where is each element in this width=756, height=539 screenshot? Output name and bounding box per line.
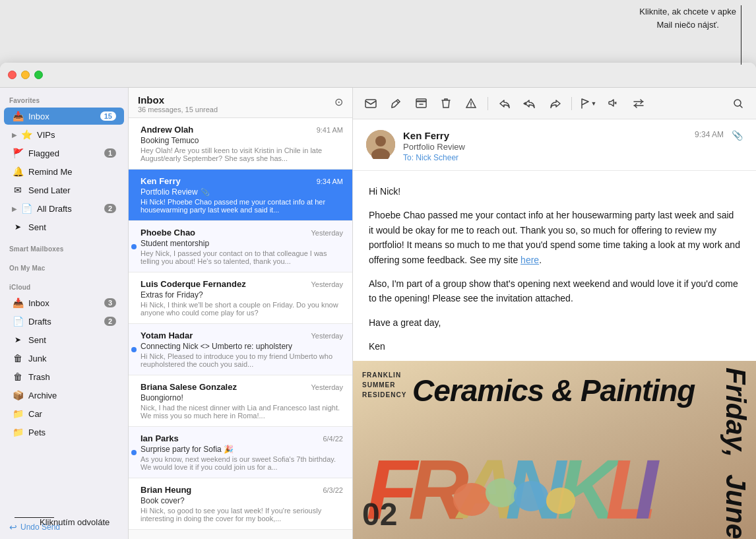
subject: Extras for Friday? [141,290,343,300]
sidebar-item-icloud-inbox[interactable]: 📥 Inbox 3 [4,294,124,311]
annotation-bottom: Kliknutím odvoláte [40,517,110,527]
june-text: June [722,474,749,539]
attachment-icon: 📎 [732,130,743,141]
traffic-lights [8,71,43,79]
more-button[interactable] [629,94,648,113]
filter-icon[interactable]: ⊙ [334,96,343,108]
folder-icon: 📁 [12,426,24,438]
sidebar-item-icloud-trash[interactable]: 🗑 Trash [4,368,124,385]
mail-item[interactable]: Andrew Olah 9:41 AM Booking Temuco Hey O… [129,118,352,170]
archive-button[interactable] [411,94,431,113]
unread-dot [131,244,137,249]
sent-icon: ➤ [12,221,24,233]
toolbar-separator [571,97,572,110]
sidebar-item-sent[interactable]: ➤ Sent [4,218,124,236]
timestamp: 6/4/22 [323,435,343,443]
sidebar-item-label: Remind Me [28,167,116,177]
sidebar-item-label: Inbox [28,298,104,308]
subject: Book cover? [141,496,343,505]
unread-dot [131,347,137,352]
ceramics-text: Ceramics & Painting [412,373,695,408]
sidebar-item-label: Sent [28,335,116,345]
svg-point-16 [486,478,517,507]
body-signature: Ken [369,339,740,354]
flagged-badge: 1 [104,148,116,158]
mail-item[interactable]: Phoebe Chao Yesterday Student mentorship… [129,221,352,272]
junk-button[interactable] [461,94,481,113]
reply-all-button[interactable] [520,94,540,113]
art-image-content: FRANKLINSUMMERRESIDENCY Ceramics & Paint… [353,361,756,539]
sidebar-item-label: Trash [28,372,116,382]
sidebar-item-icloud-sent[interactable]: ➤ Sent [4,331,124,348]
timestamp: Yesterday [311,229,343,237]
svg-point-3 [470,106,472,107]
sidebar-item-inbox[interactable]: 📥 Inbox 15 [4,108,124,125]
sent-icon: ➤ [12,334,24,346]
mail-list-pane: Inbox 36 messages, 15 unread ⊙ Andrew Ol… [129,88,353,539]
mail-item[interactable]: Ken Ferry 9:34 AM Portfolio Review 📎 Hi … [129,170,352,221]
mute-button[interactable] [604,94,623,113]
sidebar-item-send-later[interactable]: ✉ Send Later [4,181,124,199]
annotation-line-vertical [741,5,741,65]
sender-name: Andrew Olah [141,125,193,135]
titlebar [0,63,756,88]
toolbar-separator [488,97,488,110]
mail-item[interactable]: Yotam Hadar Yesterday Connecting Nick <>… [129,324,352,375]
unread-dot [131,450,137,455]
compose-button[interactable] [386,94,406,113]
sender-name: Yotam Hadar [141,331,193,340]
reply-button[interactable] [495,94,515,113]
icloud-drafts-badge: 2 [104,317,116,326]
subject: Connecting Nick <> Umberto re: upholster… [141,342,343,351]
mail-item[interactable]: Briana Salese Gonzalez Yesterday Buongio… [129,375,352,427]
annotation-top: Kliknite, ak chcete v apke Mail niečo ná… [639,5,736,31]
icloud-inbox-badge: 3 [104,298,116,307]
body-closing: Have a great day, [369,315,740,330]
close-button[interactable] [8,71,16,79]
svg-point-15 [453,483,490,516]
svg-rect-2 [416,99,426,102]
new-message-button[interactable] [361,94,381,113]
flagged-icon: 🚩 [12,147,24,159]
sidebar-item-remind-me[interactable]: 🔔 Remind Me [4,163,124,180]
forward-button[interactable] [545,94,565,113]
detail-subject: Portfolio Review [403,142,687,152]
friday-text: Friday, [722,367,749,457]
sidebar-item-label: Send Later [28,185,116,195]
svg-text:I: I [635,443,660,532]
timestamp: Yesterday [311,332,343,340]
flag-chevron-icon: ▼ [591,100,597,107]
zoom-button[interactable] [34,71,43,79]
search-button[interactable] [728,94,748,113]
subject: Portfolio Review 📎 [141,187,343,197]
flag-button[interactable]: ▼ [579,94,598,113]
detail-body: Hi Nick! Phoebe Chao passed me your cont… [353,171,756,361]
preview: Hi Nick, Pleased to introduce you to my … [141,352,343,368]
sidebar-item-all-drafts[interactable]: ▶ 📄 All Drafts 2 [4,200,124,217]
sidebar-item-label: Junk [28,354,116,364]
sidebar-item-icloud-car[interactable]: 📁 Car [4,405,124,422]
delete-button[interactable] [436,94,456,113]
mail-list-header: Inbox 36 messages, 15 unread ⊙ [129,88,352,118]
sidebar-item-label: Sent [28,222,116,232]
sidebar-item-icloud-pets[interactable]: 📁 Pets [4,424,124,441]
sidebar-item-vips[interactable]: ▶ ⭐ VIPs [4,126,124,143]
detail-to: To: Nick Scheer [403,153,687,162]
sidebar-item-flagged[interactable]: 🚩 Flagged 1 [4,144,124,162]
sidebar-item-icloud-junk[interactable]: 🗑 Junk [4,350,124,367]
mail-item[interactable]: Ian Parks 6/4/22 Surprise party for Sofi… [129,427,352,478]
sender-name: Ian Parks [141,433,179,443]
sidebar-item-icloud-drafts[interactable]: 📄 Drafts 2 [4,313,124,330]
mail-item[interactable]: Luis Coderque Fernandez Yesterday Extras… [129,272,352,324]
timestamp: 9:41 AM [317,126,343,134]
chevron-icon: ▶ [12,205,17,212]
body-paragraph-2: Also, I'm part of a group show that's op… [369,276,740,306]
mail-item[interactable]: Brian Heung 6/3/22 Book cover? Hi Nick, … [129,478,352,530]
minimize-button[interactable] [21,71,30,79]
vips-icon: ⭐ [20,129,32,141]
portfolio-link[interactable]: here [520,255,539,265]
drafts-icon: 📄 [12,315,24,327]
sender-name: Luis Coderque Fernandez [141,279,246,289]
subject: Buongiorno! [141,393,343,402]
sidebar-item-icloud-archive[interactable]: 📦 Archive [4,387,124,404]
